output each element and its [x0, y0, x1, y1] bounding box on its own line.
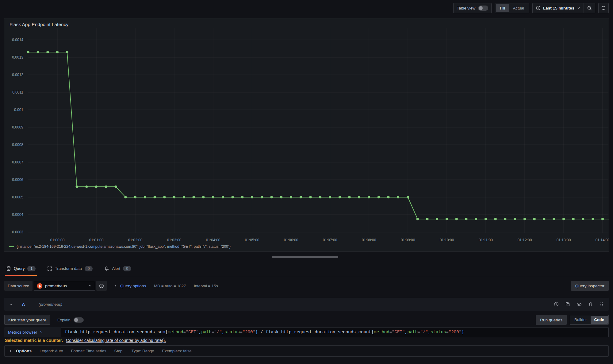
tab-query-count: 1	[27, 266, 36, 271]
svg-text:0.0005: 0.0005	[12, 195, 23, 199]
query-actions	[554, 302, 604, 307]
svg-text:01:01:00: 01:01:00	[89, 238, 104, 242]
active-tab-indicator	[5, 275, 37, 276]
actual-button[interactable]: Actual	[509, 4, 528, 12]
chevron-down-icon	[577, 6, 580, 10]
datasource-select[interactable]: prometheus	[34, 281, 95, 291]
legend-item[interactable]: {instance="ec2-184-169-216-224.us-west-1…	[9, 244, 231, 249]
svg-text:01:12:00: 01:12:00	[518, 238, 532, 242]
time-range-picker[interactable]: Last 15 minutes	[533, 3, 584, 13]
bell-icon	[104, 266, 109, 271]
svg-text:01:09:00: 01:09:00	[401, 238, 415, 242]
code-button[interactable]: Code	[591, 316, 608, 324]
query-a-header[interactable]: A (prometheus)	[4, 298, 609, 311]
metrics-browser-row: Metrics browser flask_http_request_durat…	[4, 327, 609, 337]
toolbar-right: Run queries Builder Code	[536, 315, 609, 325]
editor-tabs: Query 1 Transform data 0 Alert 0	[0, 261, 613, 276]
fill-actual-group: Fill Actual	[495, 3, 529, 13]
builder-button[interactable]: Builder	[571, 316, 590, 324]
transform-icon	[47, 266, 52, 271]
metrics-browser-button[interactable]: Metrics browser	[4, 327, 61, 337]
zoom-out-button[interactable]	[584, 3, 595, 13]
query-toolbar: Kick start your query Explain Run querie…	[4, 315, 609, 325]
counter-warning: Selected metric is a counter. Consider c…	[5, 338, 166, 343]
svg-text:01:03:00: 01:03:00	[167, 238, 182, 242]
copy-icon[interactable]	[565, 302, 570, 307]
refresh-button[interactable]	[598, 3, 609, 13]
resize-scrollbar-handle[interactable]	[272, 256, 338, 258]
explain-toggle[interactable]	[74, 317, 84, 323]
option-type: Type: Range	[132, 349, 154, 353]
clock-icon	[536, 6, 541, 10]
trash-icon[interactable]	[588, 302, 593, 307]
svg-text:01:00:00: 01:00:00	[50, 238, 65, 242]
option-step: Step:	[114, 349, 124, 353]
time-range-label: Last 15 minutes	[543, 6, 574, 10]
query-options-md: MD = auto = 1827	[154, 284, 186, 288]
table-view-group: Table view	[453, 3, 492, 13]
svg-text:0.0013: 0.0013	[12, 55, 23, 59]
svg-text:01:10:00: 01:10:00	[440, 238, 454, 242]
svg-text:01:06:00: 01:06:00	[284, 238, 298, 242]
svg-text:01:02:00: 01:02:00	[128, 238, 143, 242]
eye-icon[interactable]	[577, 302, 582, 307]
option-exemplars: Exemplars: false	[162, 349, 192, 353]
help-circle-icon	[99, 283, 104, 288]
svg-text:0.0011: 0.0011	[12, 90, 23, 94]
svg-text:0.0008: 0.0008	[12, 143, 23, 147]
chart-panel: Flask App Endpoint Latency 0.00140.00130…	[4, 18, 609, 252]
prometheus-icon	[37, 283, 43, 289]
option-format: Format: Time series	[71, 349, 106, 353]
tab-query[interactable]: Query 1	[5, 261, 37, 276]
help-circle-icon[interactable]	[554, 302, 559, 307]
svg-text:0.0009: 0.0009	[12, 125, 23, 129]
svg-text:0.0004: 0.0004	[12, 213, 23, 217]
svg-text:01:11:00: 01:11:00	[479, 238, 493, 242]
svg-text:0.0006: 0.0006	[12, 178, 23, 182]
svg-text:01:04:00: 01:04:00	[206, 238, 220, 242]
query-ref-id[interactable]: A	[22, 302, 25, 307]
series-color-dash	[9, 246, 14, 247]
table-view-label: Table view	[454, 6, 478, 10]
metrics-browser-label: Metrics browser	[8, 330, 37, 335]
datasource-label: Data source	[4, 281, 33, 291]
tab-alert[interactable]: Alert 0	[103, 261, 132, 276]
tab-query-label: Query	[14, 266, 25, 271]
chevron-right-icon[interactable]	[113, 284, 117, 288]
chevron-right-icon[interactable]	[9, 349, 12, 353]
tab-transform[interactable]: Transform data 0	[46, 261, 94, 276]
svg-text:0.0007: 0.0007	[12, 160, 23, 164]
latency-chart[interactable]: 0.00140.00130.00120.00110.0010.00090.000…	[4, 18, 609, 251]
tab-transform-count: 0	[85, 266, 93, 271]
fill-button[interactable]: Fill	[496, 4, 509, 12]
options-label: Options	[16, 349, 32, 353]
warning-text: Selected metric is a counter.	[5, 338, 63, 343]
query-options-toggle[interactable]: Query options	[120, 284, 146, 288]
query-inspector-button[interactable]: Query inspector	[571, 281, 609, 291]
refresh-icon	[601, 6, 606, 10]
query-options-interval: Interval = 15s	[194, 284, 218, 288]
datasource-row: Data source prometheus Query options MD …	[4, 279, 609, 292]
tab-alert-label: Alert	[112, 266, 120, 271]
table-view-toggle[interactable]	[478, 6, 488, 11]
zoom-out-icon	[587, 6, 592, 11]
collapse-chevron-icon[interactable]	[9, 302, 13, 306]
tab-transform-label: Transform data	[55, 266, 82, 271]
chevron-right-icon	[39, 331, 43, 334]
options-row[interactable]: Options Legend: Auto Format: Time series…	[4, 345, 609, 357]
svg-text:01:08:00: 01:08:00	[362, 238, 376, 242]
svg-text:0.0014: 0.0014	[12, 38, 23, 42]
svg-text:01:05:00: 01:05:00	[245, 238, 259, 242]
grafana-panel-editor: { "topbar": { "table_view_label": "Table…	[0, 0, 613, 364]
run-queries-button[interactable]: Run queries	[536, 315, 567, 325]
explain-label: Explain	[57, 318, 71, 322]
promql-input[interactable]: flask_http_request_duration_seconds_sum{…	[61, 327, 609, 337]
svg-text:0.0003: 0.0003	[12, 230, 23, 234]
option-legend: Legend: Auto	[40, 349, 63, 353]
warning-rate-link[interactable]: Consider calculating rate of counter by …	[66, 338, 166, 343]
svg-text:0.001: 0.001	[14, 108, 23, 112]
grip-icon[interactable]	[600, 302, 604, 307]
chevron-down-icon	[88, 284, 92, 288]
kick-start-button[interactable]: Kick start your query	[4, 315, 50, 325]
datasource-help-button[interactable]	[96, 281, 107, 291]
